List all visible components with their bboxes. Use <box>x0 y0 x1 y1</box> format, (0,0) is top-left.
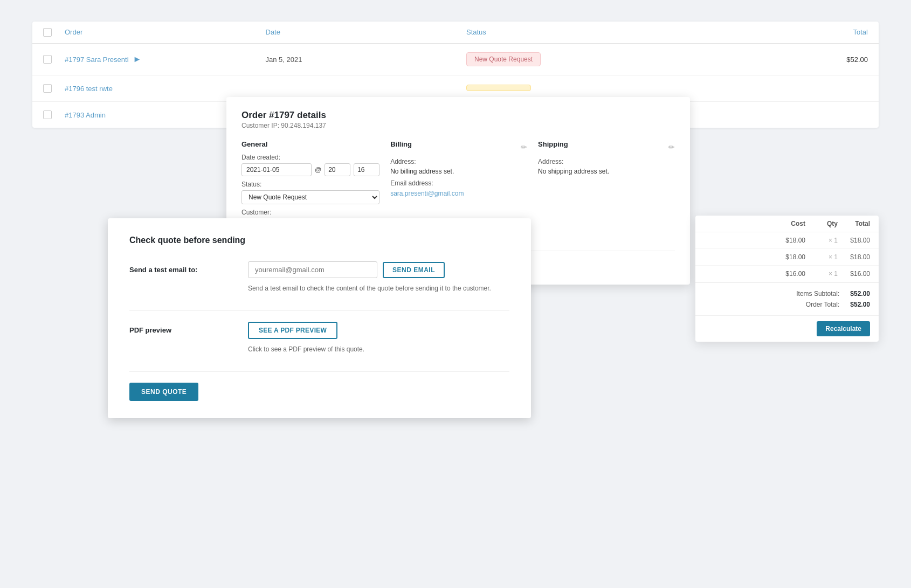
order-total-row: Order Total: $52.00 <box>704 299 870 310</box>
pdf-description: Click to see a PDF preview of this quote… <box>248 344 509 354</box>
time-separator: @ <box>315 166 321 174</box>
cost-item-2-cost: $18.00 <box>773 253 805 261</box>
subtotal-row: Items Subtotal: $52.00 <box>704 288 870 299</box>
cost-side-panel: Cost Qty Total $18.00 × 1 $18.00 $18.00 … <box>695 216 879 342</box>
shipping-section: Shipping ✏ Address: No shipping address … <box>538 140 675 242</box>
shipping-edit-icon[interactable]: ✏ <box>668 143 675 151</box>
row1-status: New Quote Request <box>466 52 667 66</box>
qty-col-header: Qty <box>805 220 838 227</box>
test-email-label: Send a test email to: <box>129 261 226 274</box>
row1-status-badge: New Quote Request <box>466 52 541 66</box>
shipping-address-value: No shipping address set. <box>538 168 675 175</box>
time-minute-input[interactable] <box>354 163 379 176</box>
billing-address-value: No billing address set. <box>390 168 527 175</box>
test-email-row: Send a test email to: SEND EMAIL Send a … <box>129 261 509 293</box>
date-row: @ <box>241 163 379 176</box>
shipping-address-label: Address: <box>538 158 675 165</box>
recalculate-row: Recalculate <box>695 315 879 342</box>
subtotal-value: $52.00 <box>850 290 870 298</box>
row1-checkbox[interactable] <box>43 55 52 64</box>
test-email-input[interactable] <box>248 261 377 278</box>
row2-status <box>466 85 667 93</box>
cost-item-row-2: $18.00 × 1 $18.00 <box>695 249 879 266</box>
status-select[interactable]: New Quote Request <box>241 190 379 204</box>
table-header: Order Date Status Total <box>32 22 879 44</box>
header-status: Status <box>466 28 667 37</box>
billing-title: Billing <box>390 140 412 148</box>
check-panel-title: Check quote before sending <box>129 236 509 245</box>
general-title: General <box>241 140 379 148</box>
panel-subtitle: Customer IP: 90.248.194.137 <box>241 122 675 129</box>
row1-order-id[interactable]: #1797 Sara Presenti ► <box>65 54 266 64</box>
date-created-label: Date created: <box>241 154 379 161</box>
cost-summary: Items Subtotal: $52.00 Order Total: $52.… <box>695 282 879 315</box>
row3-checkbox-cell <box>43 110 65 119</box>
billing-email-link[interactable]: sara.presenti@gmail.com <box>390 190 464 197</box>
row1-arrow-icon: ► <box>133 54 142 64</box>
header-checkbox-col <box>43 28 65 37</box>
order-total-value: $52.00 <box>850 301 870 308</box>
cost-item-1-total: $18.00 <box>838 237 870 244</box>
billing-email-label: Email address: <box>390 179 527 187</box>
send-quote-button[interactable]: SEND QUOTE <box>129 383 198 401</box>
test-email-content: SEND EMAIL Send a test email to check th… <box>248 261 509 293</box>
header-checkbox[interactable] <box>43 28 52 37</box>
recalculate-button[interactable]: Recalculate <box>817 321 870 336</box>
row1-total: $52.00 <box>667 56 868 64</box>
row2-status-badge <box>466 85 531 91</box>
cost-item-3-total: $16.00 <box>838 270 870 278</box>
pdf-content: SEE A PDF PREVIEW Click to see a PDF pre… <box>248 322 509 354</box>
customer-label: Customer: <box>241 209 379 216</box>
cost-item-row-1: $18.00 × 1 $18.00 <box>695 232 879 249</box>
shipping-title: Shipping <box>538 140 568 148</box>
billing-address-label: Address: <box>390 158 527 165</box>
row3-checkbox[interactable] <box>43 110 52 119</box>
cost-col-header: Cost <box>773 220 805 227</box>
row1-checkbox-cell <box>43 55 65 64</box>
cost-item-2-qty: × 1 <box>805 253 838 261</box>
check-quote-panel: Check quote before sending Send a test e… <box>108 218 531 418</box>
header-date: Date <box>266 28 467 37</box>
row1-date: Jan 5, 2021 <box>266 56 467 64</box>
pdf-label: PDF preview <box>129 322 226 334</box>
send-divider <box>129 371 509 372</box>
cost-item-row-3: $16.00 × 1 $16.00 <box>695 266 879 282</box>
row2-checkbox-cell <box>43 84 65 93</box>
time-hour-input[interactable] <box>325 163 350 176</box>
cost-item-3-cost: $16.00 <box>773 270 805 278</box>
total-col-header: Total <box>838 220 870 227</box>
order-total-label: Order Total: <box>806 301 839 308</box>
send-email-button[interactable]: SEND EMAIL <box>383 262 445 278</box>
header-order: Order <box>65 28 266 37</box>
cost-item-2-total: $18.00 <box>838 253 870 261</box>
email-input-row: SEND EMAIL <box>248 261 509 278</box>
pdf-preview-button[interactable]: SEE A PDF PREVIEW <box>248 322 337 339</box>
panel-title: Order #1797 details <box>241 110 675 121</box>
cost-item-1-qty: × 1 <box>805 237 838 244</box>
header-total: Total <box>667 28 868 37</box>
email-description: Send a test email to check the content o… <box>248 283 509 293</box>
row2-order-id[interactable]: #1796 test rwte <box>65 85 266 93</box>
cost-item-3-qty: × 1 <box>805 270 838 278</box>
pdf-row: PDF preview SEE A PDF PREVIEW Click to s… <box>129 322 509 354</box>
table-row: #1797 Sara Presenti ► Jan 5, 2021 New Qu… <box>32 44 879 75</box>
cost-item-1-cost: $18.00 <box>773 237 805 244</box>
date-input[interactable] <box>241 163 312 176</box>
billing-edit-icon[interactable]: ✏ <box>521 143 527 151</box>
cost-header: Cost Qty Total <box>695 216 879 232</box>
subtotal-label: Items Subtotal: <box>796 290 839 298</box>
row2-checkbox[interactable] <box>43 84 52 93</box>
check-divider <box>129 310 509 311</box>
status-label: Status: <box>241 181 379 188</box>
